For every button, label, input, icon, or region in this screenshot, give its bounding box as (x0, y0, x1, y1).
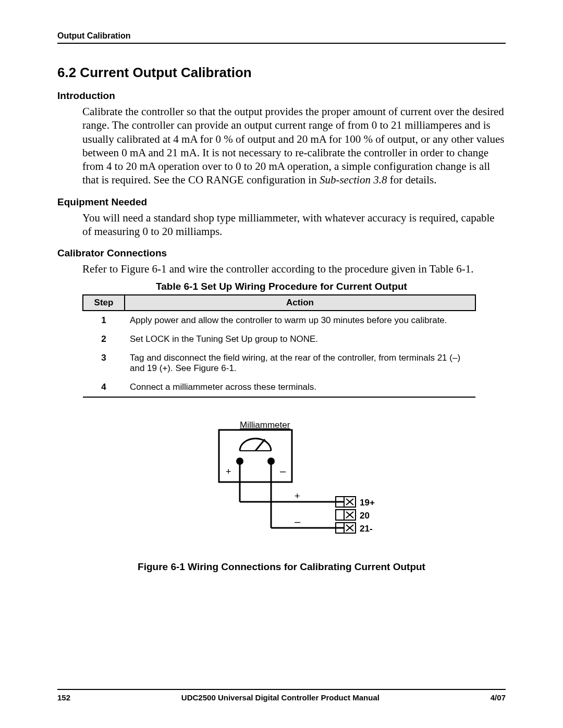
step-action: Connect a milliammeter across these term… (125, 378, 475, 397)
svg-line-2 (255, 439, 265, 451)
step-action: Tag and disconnect the field wiring, at … (125, 349, 475, 378)
svg-rect-15 (336, 510, 344, 520)
running-header: Output Calibration (57, 31, 506, 41)
wiring-diagram: Milliammeter + – + – (172, 418, 391, 554)
footer-rule (57, 689, 506, 690)
page-number: 152 (57, 693, 70, 702)
step-action: Apply power and allow the controller to … (125, 311, 475, 330)
table-row: 2 Set LOCK in the Tuning Set Up group to… (83, 330, 475, 349)
term-21: 21- (360, 524, 373, 534)
conn-head: Calibrator Connections (57, 248, 506, 259)
meter-minus: – (280, 465, 286, 477)
intro-body-b: for details. (387, 174, 436, 186)
col-step: Step (83, 295, 125, 311)
wire-plus: + (295, 491, 300, 501)
intro-body-a: Calibrate the controller so that the out… (82, 105, 505, 186)
table-row: 1 Apply power and allow the controller t… (83, 311, 475, 330)
table-row: 3 Tag and disconnect the field wiring, a… (83, 349, 475, 378)
table-row: 4 Connect a milliammeter across these te… (83, 378, 475, 397)
term-19: 19+ (360, 498, 375, 508)
header-rule (57, 43, 506, 44)
section-title: 6.2 Current Output Calibration (57, 65, 506, 81)
intro-head: Introduction (57, 90, 506, 102)
milli-label: Milliammeter (240, 420, 290, 430)
conn-body: Refer to Figure 6-1 and wire the control… (82, 262, 506, 276)
step-action: Set LOCK in the Tuning Set Up group to N… (125, 330, 475, 349)
meter-plus: + (226, 466, 231, 477)
table-header-row: Step Action (83, 295, 475, 311)
manual-date: 4/07 (491, 693, 506, 702)
page: Output Calibration 6.2 Current Output Ca… (0, 0, 563, 728)
intro-body: Calibrate the controller so that the out… (82, 105, 506, 187)
col-action: Action (125, 295, 475, 311)
equip-body: You will need a standard shop type milli… (82, 211, 506, 239)
figure-wrap: Milliammeter + – + – (57, 418, 506, 573)
equip-head: Equipment Needed (57, 196, 506, 208)
manual-title: UDC2500 Universal Digital Controller Pro… (181, 693, 380, 702)
table-caption: Table 6-1 Set Up Wiring Procedure for Cu… (57, 281, 506, 292)
step-num: 3 (83, 349, 125, 378)
wire-minus: – (295, 516, 301, 527)
procedure-table: Step Action 1 Apply power and allow the … (82, 294, 476, 398)
step-num: 2 (83, 330, 125, 349)
figure-caption: Figure 6-1 Wiring Connections for Calibr… (57, 561, 506, 573)
term-20: 20 (360, 511, 370, 521)
step-num: 4 (83, 378, 125, 397)
step-num: 1 (83, 311, 125, 330)
intro-ref: Sub-section 3.8 (320, 174, 387, 186)
footer: 152 UDC2500 Universal Digital Controller… (57, 689, 506, 702)
